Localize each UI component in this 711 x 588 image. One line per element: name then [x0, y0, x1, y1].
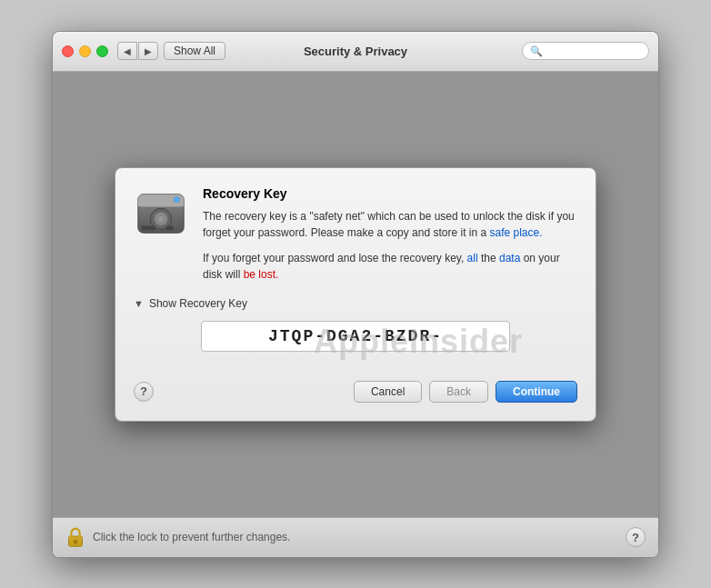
svg-point-5	[158, 215, 164, 221]
bottom-help-button[interactable]: ?	[626, 527, 646, 547]
dialog-buttons: ? Cancel Back Continue	[134, 381, 577, 403]
svg-rect-11	[75, 542, 76, 545]
search-box[interactable]: 🔍	[522, 42, 649, 60]
nav-back-button[interactable]: ◀	[117, 42, 137, 60]
modal-dialog: Recovery Key The recovery key is a "safe…	[115, 167, 596, 422]
lost-text: be lost.	[244, 268, 279, 281]
dialog-warning-text: If you forget your password and lose the…	[203, 250, 577, 283]
window-title: Security & Privacy	[304, 45, 407, 58]
show-all-button[interactable]: Show All	[164, 42, 225, 60]
show-recovery-section[interactable]: ▼ Show Recovery Key	[134, 297, 577, 310]
continue-button[interactable]: Continue	[496, 381, 577, 403]
nav-buttons: ◀ ▶	[117, 42, 158, 60]
cancel-button[interactable]: Cancel	[354, 381, 422, 403]
svg-rect-6	[142, 225, 155, 230]
svg-point-8	[175, 196, 180, 202]
main-content: Recovery Key The recovery key is a "safe…	[53, 72, 658, 517]
lock-section[interactable]: Click the lock to prevent further change…	[65, 525, 290, 549]
svg-rect-7	[166, 225, 174, 230]
dialog-header: Recovery Key The recovery key is a "safe…	[134, 186, 577, 283]
back-button[interactable]: Back	[429, 381, 488, 403]
titlebar: ◀ ▶ Show All Security & Privacy 🔍	[53, 32, 658, 72]
dialog-title: Recovery Key	[203, 186, 577, 201]
svg-rect-12	[69, 536, 83, 541]
all-text: all	[467, 252, 478, 264]
disk-icon	[134, 186, 188, 241]
search-icon: 🔍	[530, 45, 543, 57]
lock-label: Click the lock to prevent further change…	[93, 531, 290, 543]
main-window: ◀ ▶ Show All Security & Privacy 🔍	[52, 31, 659, 558]
close-button[interactable]	[62, 45, 74, 57]
maximize-button[interactable]	[96, 45, 108, 57]
data-text: data	[499, 252, 520, 264]
lock-icon	[65, 525, 85, 549]
nav-forward-button[interactable]: ▶	[138, 42, 158, 60]
dialog-body-text-1: The recovery key is a "safety net" which…	[203, 208, 577, 241]
modal-overlay: Recovery Key The recovery key is a "safe…	[53, 72, 658, 517]
traffic-lights	[62, 45, 108, 57]
disclosure-triangle-icon: ▼	[134, 298, 144, 309]
minimize-button[interactable]	[79, 45, 91, 57]
dialog-text-area: Recovery Key The recovery key is a "safe…	[203, 186, 577, 283]
bottom-bar: Click the lock to prevent further change…	[53, 517, 658, 557]
show-recovery-label[interactable]: Show Recovery Key	[149, 297, 247, 310]
help-button[interactable]: ?	[134, 382, 154, 402]
safe-place-text: safe place.	[490, 226, 543, 239]
recovery-key-display: JTQP-DGA2-BZDR-	[201, 321, 510, 352]
